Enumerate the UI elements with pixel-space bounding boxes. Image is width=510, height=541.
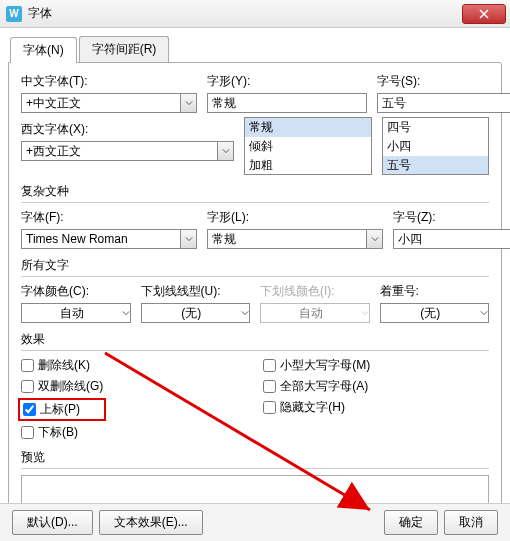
tab-panel: 中文字体(T): 字形(Y): 字号(S): 西文字体(X):	[8, 62, 502, 541]
emphasis-label: 着重号:	[380, 283, 490, 300]
tab-strip: 字体(N) 字符间距(R)	[10, 36, 510, 62]
complex-style-label: 字形(L):	[207, 209, 383, 226]
list-item[interactable]: 四号	[383, 118, 488, 137]
smallcaps-checkbox[interactable]: 小型大写字母(M)	[263, 357, 370, 374]
titlebar: W 字体	[0, 0, 510, 28]
tab-font[interactable]: 字体(N)	[10, 37, 77, 63]
cn-font-input[interactable]	[22, 94, 180, 112]
font-color-label: 字体颜色(C):	[21, 283, 131, 300]
double-strike-checkbox[interactable]: 双删除线(G)	[21, 378, 103, 395]
chevron-down-icon[interactable]	[180, 230, 196, 248]
complex-size-label: 字号(Z):	[393, 209, 510, 226]
size-listbox[interactable]: 四号 小四 五号	[382, 117, 489, 175]
all-text-title: 所有文字	[21, 257, 489, 277]
en-font-input[interactable]	[22, 142, 217, 160]
footer: 默认(D)... 文本效果(E)... 确定 取消	[0, 503, 510, 541]
cn-font-label: 中文字体(T):	[21, 73, 197, 90]
font-color-select[interactable]: 自动	[21, 303, 131, 323]
list-item[interactable]: 小四	[383, 137, 488, 156]
complex-style-input[interactable]	[208, 230, 366, 248]
style-label: 字形(Y):	[207, 73, 367, 90]
style-input[interactable]	[208, 94, 366, 112]
complex-scripts-title: 复杂文种	[21, 183, 489, 203]
default-button[interactable]: 默认(D)...	[12, 510, 93, 535]
underline-style-label: 下划线线型(U):	[141, 283, 251, 300]
complex-font-input[interactable]	[22, 230, 180, 248]
text-effects-button[interactable]: 文本效果(E)...	[99, 510, 203, 535]
underline-style-value: (无)	[142, 305, 242, 322]
en-font-label: 西文字体(X):	[21, 121, 234, 138]
complex-size-combo[interactable]	[393, 229, 510, 249]
superscript-checkbox[interactable]: 上标(P)	[23, 401, 101, 418]
ok-button[interactable]: 确定	[384, 510, 438, 535]
chevron-down-icon[interactable]	[366, 230, 382, 248]
cn-font-combo[interactable]	[21, 93, 197, 113]
window-title: 字体	[28, 5, 52, 22]
chevron-down-icon[interactable]	[180, 94, 196, 112]
cancel-button[interactable]: 取消	[444, 510, 498, 535]
effects-title: 效果	[21, 331, 489, 351]
list-item[interactable]: 常规	[245, 118, 371, 137]
chevron-down-icon[interactable]	[217, 142, 233, 160]
close-button[interactable]	[462, 4, 506, 24]
complex-style-combo[interactable]	[207, 229, 383, 249]
list-item[interactable]: 加粗	[245, 156, 371, 175]
underline-style-select[interactable]: (无)	[141, 303, 251, 323]
subscript-checkbox[interactable]: 下标(B)	[21, 424, 103, 441]
allcaps-checkbox[interactable]: 全部大写字母(A)	[263, 378, 370, 395]
underline-color-label: 下划线颜色(I):	[260, 283, 370, 300]
font-color-value: 自动	[22, 305, 122, 322]
complex-font-combo[interactable]	[21, 229, 197, 249]
size-combo[interactable]	[377, 93, 510, 113]
size-label: 字号(S):	[377, 73, 510, 90]
complex-size-input[interactable]	[394, 230, 510, 248]
emphasis-select[interactable]: (无)	[380, 303, 490, 323]
style-combo[interactable]	[207, 93, 367, 113]
underline-color-select: 自动	[260, 303, 370, 323]
app-icon: W	[6, 6, 22, 22]
strike-checkbox[interactable]: 删除线(K)	[21, 357, 103, 374]
superscript-highlight: 上标(P)	[18, 398, 106, 421]
chevron-down-icon[interactable]	[241, 306, 249, 320]
emphasis-value: (无)	[381, 305, 481, 322]
size-input[interactable]	[378, 94, 510, 112]
complex-font-label: 字体(F):	[21, 209, 197, 226]
en-font-combo[interactable]	[21, 141, 234, 161]
list-item[interactable]: 倾斜	[245, 137, 371, 156]
tab-spacing[interactable]: 字符间距(R)	[79, 36, 170, 62]
chevron-down-icon[interactable]	[480, 306, 488, 320]
chevron-down-icon	[361, 306, 369, 320]
preview-title: 预览	[21, 449, 489, 469]
hidden-checkbox[interactable]: 隐藏文字(H)	[263, 399, 370, 416]
list-item[interactable]: 五号	[383, 156, 488, 175]
underline-color-value: 自动	[261, 305, 361, 322]
chevron-down-icon[interactable]	[122, 306, 130, 320]
style-listbox[interactable]: 常规 倾斜 加粗	[244, 117, 372, 175]
